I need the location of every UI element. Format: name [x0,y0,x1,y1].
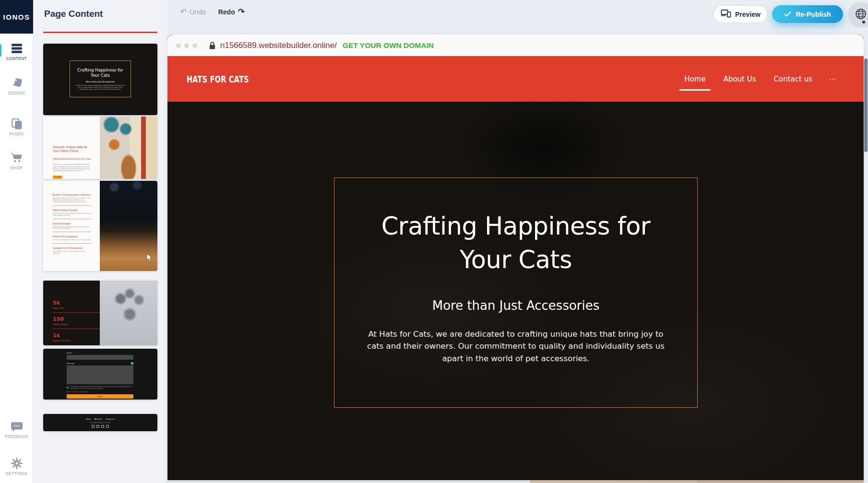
form-name-input [67,355,133,360]
sidebar-item-content[interactable]: CONTENT [0,42,33,61]
stat-value: 1k [53,332,90,339]
thumbnail-paw-print-photo [100,281,157,345]
form-required-note: Please fill in all the required fields. [67,391,133,393]
instagram-icon [96,425,99,428]
hero-editable-box[interactable]: Crafting Happiness for Your Cats More th… [334,177,698,408]
section-thumbnail-hero[interactable]: Crafting Happiness for Your Cats More th… [43,44,157,115]
devices-icon [721,9,731,19]
thumbnail-collection-section: Explore Our Exquisite Collection Dive in… [53,193,91,206]
republish-button[interactable]: Re-Publish [772,5,843,23]
section-thumbnail-collection[interactable]: Explore Our Exquisite Collection Dive in… [43,181,157,271]
site-url-link[interactable]: n1566589.websitebuilder.online/ [220,41,337,50]
thumbnail-collection-section: Hand-Crafted Quality Each hat is meticul… [53,209,91,219]
form-consent-checkbox [67,387,69,389]
page-content-panel: Page Content Crafting Happiness for Your… [33,0,167,483]
thumbnail-street-cat-photo [100,117,157,179]
sidebar-item-feedback[interactable]: FEEDBACK [0,421,33,439]
site-nav: Home About Us Contact us ⋯ [683,73,837,85]
site-header: HATS FOR CATS Home About Us Contact us ⋯ [167,56,864,102]
republish-label: Re-Publish [796,11,831,18]
language-globe-button[interactable] [848,2,868,28]
pages-icon [11,118,23,130]
thumbnail-collection-section: Stylish Designs We offer a diverse range… [53,222,91,233]
nav-item-contact[interactable]: Contact us [773,73,813,85]
form-message-textarea [67,365,133,384]
undo-icon: ↶ [180,8,187,16]
content-icon [11,42,23,55]
nav-item-home[interactable]: Home [683,73,706,85]
redo-label: Redo [218,8,235,16]
site-brand[interactable]: HATS FOR CATS [187,73,249,84]
sidebar-item-shop[interactable]: SHOP [0,152,33,170]
footer-links: Home About Us Contact us [86,418,115,420]
nav-item-about[interactable]: About Us [723,73,757,85]
hero-body-text: At Hats for Cats, we are dedicated to cr… [360,328,671,365]
divider [53,312,100,313]
hero-heading: Crafting Happiness for Your Cats [334,210,697,277]
browser-window-dots [176,43,197,48]
settings-gear-icon [11,457,23,470]
check-icon [784,11,791,18]
website-builder-app: ↶ Undo Redo ↷ Preview Re-Publish [0,0,868,483]
twitter-icon [106,425,109,428]
form-name-label: Name* [67,352,133,354]
thumbnail-cat-fur-photo [100,181,157,271]
footer-copyright: ©Copyright. All rights reserved. [90,422,111,424]
redo-button[interactable]: Redo ↷ [218,8,245,16]
form-message-label: Message [67,362,74,365]
globe-icon [855,8,867,22]
preview-button[interactable]: Preview [713,5,768,23]
stat-value: 150 [53,316,90,322]
thumbnail-discover-body: At Hats for Cats, we specialize in beaut… [53,164,91,172]
footer-social-icons [92,425,109,428]
section-thumbnail-contact-form[interactable]: Name* Message I hereby agree that this d… [43,349,157,400]
history-controls: ↶ Undo Redo ↷ [180,8,245,16]
nav-overflow-menu[interactable]: ⋯ [829,75,837,83]
thumbnail-discover-heading: Discover Unique Hats for Your Feline Fri… [53,145,91,153]
form-hint-icon [131,362,133,365]
form-consent-text: I hereby agree that this data will be st… [70,386,133,390]
stat-label: Happy Cats [53,307,90,309]
section-thumbnail-footer[interactable]: Home About Us Contact us ©Copyright. All… [43,414,157,431]
lock-icon [209,41,216,50]
thumbnail-shop-now-button: Shop Now [53,176,62,179]
site-preview-frame: n1566589.websitebuilder.online/ GET YOUR… [167,35,864,483]
thumbnail-hero-box: Crafting Happiness for Your Cats More th… [70,60,131,97]
shop-cart-icon [11,152,23,164]
undo-button[interactable]: ↶ Undo [180,8,206,16]
panel-active-tab-underline [43,32,157,33]
ionos-logo[interactable]: IONOS [0,0,33,34]
sidebar-item-design[interactable]: DESIGN [0,77,33,95]
redo-icon: ↷ [238,8,245,16]
panel-title: Page Content [44,9,103,19]
hero-subheading: More than Just Accessories [334,298,697,313]
preview-label: Preview [735,11,761,18]
browser-chrome-bar: n1566589.websitebuilder.online/ GET YOUR… [167,35,864,56]
design-icon [11,77,23,89]
thumbnail-collection-section: Suitable for All Occasions From birthday… [53,247,91,255]
stat-label: Repeat Customers [53,340,90,342]
section-thumbnail-discover[interactable]: Discover Unique Hats for Your Feline Fri… [43,117,157,179]
thumbnail-hero-subheading: More than Just Accessories [86,81,115,83]
form-send-button: Send [67,394,133,399]
thumbnail-discover-subheading: Handcrafted Exclusively for Cats [53,157,91,160]
thumbnail-collection-section: Perfect Fit Guarantee Our hats fit comfo… [53,235,91,244]
preview-scrollbar-thumb[interactable] [864,59,868,152]
stat-label: Unique Designs [53,323,90,326]
youtube-icon [101,425,104,428]
notification-dot [862,21,865,24]
thumbnail-hero-heading: Crafting Happiness for Your Cats [77,68,123,79]
undo-label: Undo [190,8,205,16]
hero-section: Crafting Happiness for Your Cats More th… [167,102,864,480]
next-section-edge [167,480,864,483]
sidebar-item-pages[interactable]: PAGES [0,118,33,136]
section-thumbnail-stats[interactable]: 5k Happy Cats 150 Unique Designs 1k Repe… [43,281,157,345]
sidebar-item-settings[interactable]: SETTINGS [0,457,33,476]
facebook-icon [92,425,95,428]
get-domain-link[interactable]: GET YOUR OWN DOMAIN [343,41,434,50]
stat-value: 5k [53,300,90,306]
divider [53,329,100,329]
feedback-icon [11,421,23,433]
thumbnail-hero-body: At Hats for Cats, we are dedicated to cr… [75,84,125,91]
app-sidebar: IONOS CONTENT DESIGN PAGES [0,0,33,483]
